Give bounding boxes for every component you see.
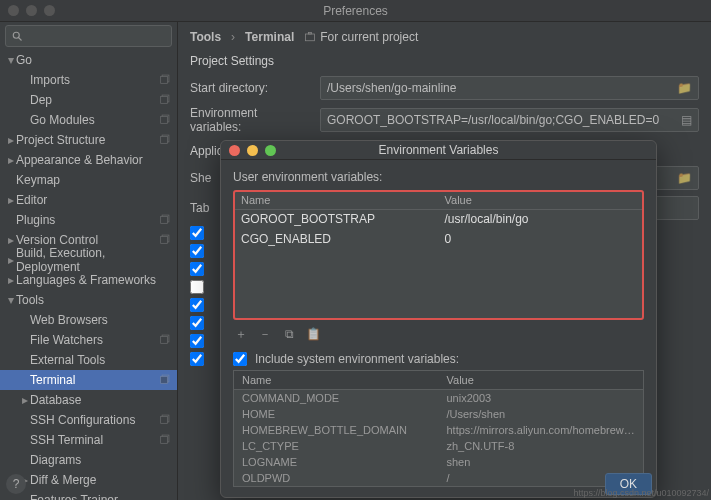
paste-icon[interactable]: 📋 [305,326,321,342]
sys-var-row: LOGNAMEshen [234,454,643,470]
folder-icon[interactable]: 📁 [677,81,692,95]
sidebar-item-diagrams[interactable]: Diagrams [0,450,177,470]
project-cfg-icon [160,433,171,447]
sidebar-item-ssh-configurations[interactable]: SSH Configurations [0,410,177,430]
sidebar-item-build-execution-deployment[interactable]: ▸Build, Execution, Deployment [0,250,177,270]
sidebar-item-label: Web Browsers [30,313,108,327]
sidebar-item-plugins[interactable]: Plugins [0,210,177,230]
help-button[interactable]: ? [6,474,26,494]
option-4[interactable] [190,280,204,294]
min-dot[interactable] [26,5,37,16]
remove-icon[interactable]: － [257,326,273,342]
sidebar-item-label: Editor [16,193,47,207]
search-input[interactable] [5,25,172,47]
project-cfg-icon [160,73,171,87]
var-value: 0 [439,230,643,250]
user-vars-table[interactable]: Name Value GOROOT_BOOTSTRAP/usr/local/bi… [233,190,644,320]
sidebar-item-external-tools[interactable]: External Tools [0,350,177,370]
sidebar-item-label: Database [30,393,81,407]
sidebar-item-dep[interactable]: Dep [0,90,177,110]
sidebar-item-label: Features Trainer [30,493,118,500]
var-name: GOROOT_BOOTSTRAP [235,210,439,230]
col-name: Name [235,192,439,209]
sys-var-value: zh_CN.UTF-8 [439,438,644,454]
sidebar-item-ssh-terminal[interactable]: SSH Terminal [0,430,177,450]
option-8[interactable] [190,352,204,366]
project-cfg-icon [160,113,171,127]
sidebar-item-tools[interactable]: ▾Tools [0,290,177,310]
max-dot[interactable] [44,5,55,16]
list-icon[interactable]: ▤ [681,113,692,127]
option-2[interactable] [190,244,204,258]
sys-var-name: LC_CTYPE [234,438,439,454]
sys-vars-table[interactable]: Name Value COMMAND_MODEunix2003HOME/User… [233,370,644,487]
sys-var-name: HOMEBREW_BOTTLE_DOMAIN [234,422,439,438]
scope-label: For current project [304,30,418,44]
chevron-right-icon: › [231,30,235,44]
chevron-down-icon: ▾ [6,293,16,307]
close-dot[interactable] [8,5,19,16]
sidebar-item-web-browsers[interactable]: Web Browsers [0,310,177,330]
sidebar-item-languages-frameworks[interactable]: ▸Languages & Frameworks [0,270,177,290]
svg-rect-19 [161,416,168,423]
sidebar-item-label: Appearance & Behavior [16,153,143,167]
sidebar-item-terminal[interactable]: Terminal [0,370,177,390]
sidebar-item-project-structure[interactable]: ▸Project Structure [0,130,177,150]
add-icon[interactable]: ＋ [233,326,249,342]
search-container [0,22,177,50]
sidebar-item-editor[interactable]: ▸Editor [0,190,177,210]
env-vars-value: GOROOT_BOOTSTRAP=/usr/local/bin/go;CGO_E… [327,113,659,127]
sys-var-name: COMMAND_MODE [234,390,439,406]
sidebar-item-diff-merge[interactable]: ▸Diff & Merge [0,470,177,490]
include-sys-checkbox[interactable] [233,352,247,366]
sidebar-item-label: Go Modules [30,113,95,127]
sys-col-value: Value [439,371,644,389]
breadcrumb: Tools › Terminal For current project [190,30,699,44]
sidebar-item-imports[interactable]: Imports [0,70,177,90]
sidebar-item-database[interactable]: ▸Database [0,390,177,410]
svg-line-1 [19,38,22,41]
dialog-min-dot[interactable] [247,145,258,156]
user-var-row[interactable]: CGO_ENABLED0 [235,230,642,250]
var-name: CGO_ENABLED [235,230,439,250]
option-3[interactable] [190,262,204,276]
sidebar-item-keymap[interactable]: Keymap [0,170,177,190]
window-titlebar: Preferences [0,0,711,22]
sidebar-item-go[interactable]: ▾Go [0,50,177,70]
sidebar-item-file-watchers[interactable]: File Watchers [0,330,177,350]
dialog-title: Environment Variables [379,143,499,157]
sys-var-row: HOMEBREW_BOTTLE_DOMAINhttps://mirrors.al… [234,422,643,438]
start-dir-field[interactable]: /Users/shen/go-mainline 📁 [320,76,699,100]
sidebar-item-label: Go [16,53,32,67]
user-var-row[interactable]: GOROOT_BOOTSTRAP/usr/local/bin/go [235,210,642,230]
dialog-titlebar: Environment Variables [221,141,656,160]
crumb-tools[interactable]: Tools [190,30,221,44]
sys-var-value: https://mirrors.aliyun.com/homebrew/home… [439,422,644,438]
col-value: Value [439,192,643,209]
var-value: /usr/local/bin/go [439,210,643,230]
traffic-lights [8,5,55,16]
folder-icon[interactable]: 📁 [677,171,692,185]
sidebar-item-appearance-behavior[interactable]: ▸Appearance & Behavior [0,150,177,170]
option-5[interactable] [190,298,204,312]
project-cfg-icon [160,333,171,347]
window-title: Preferences [323,4,388,18]
option-6[interactable] [190,316,204,330]
sys-var-name: LOGNAME [234,454,439,470]
sidebar-item-features-trainer[interactable]: Features Trainer [0,490,177,500]
svg-rect-11 [161,216,168,223]
chevron-right-icon: ▸ [20,393,30,407]
copy-icon[interactable]: ⧉ [281,326,297,342]
sys-var-name: OLDPWD [234,470,439,486]
option-7[interactable] [190,334,204,348]
dialog-close-dot[interactable] [229,145,240,156]
sidebar-item-go-modules[interactable]: Go Modules [0,110,177,130]
option-1[interactable] [190,226,204,240]
env-vars-field[interactable]: GOROOT_BOOTSTRAP=/usr/local/bin/go;CGO_E… [320,108,699,132]
chevron-down-icon: ▾ [6,53,16,67]
dialog-max-dot[interactable] [265,145,276,156]
sys-var-row: COMMAND_MODEunix2003 [234,390,643,406]
sys-var-value: shen [439,454,644,470]
user-vars-toolbar: ＋ － ⧉ 📋 [233,326,644,342]
search-icon [11,30,23,42]
